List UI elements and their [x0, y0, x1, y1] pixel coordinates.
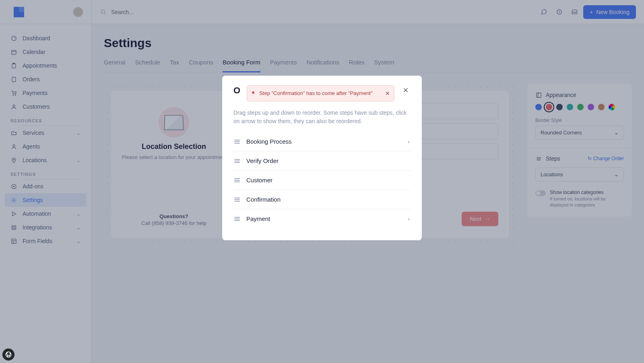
wordpress-badge[interactable] — [2, 349, 14, 361]
drag-handle-icon[interactable] — [234, 140, 240, 144]
error-alert: Step "Confirmation" has to come after "P… — [247, 85, 394, 101]
step-name: Booking Process — [246, 138, 292, 145]
step-item-booking-process[interactable]: Booking Process› — [233, 132, 411, 151]
step-item-verify-order[interactable]: Verify Order — [233, 151, 411, 171]
app-root: DashboardCalendarAppointmentsOrdersPayme… — [0, 0, 644, 363]
chevron-right-icon[interactable]: › — [408, 216, 410, 222]
step-name: Payment — [246, 215, 270, 222]
step-list: Booking Process›Verify OrderCustomerConf… — [233, 132, 411, 228]
step-item-payment[interactable]: Payment› — [233, 209, 411, 228]
drag-handle-icon[interactable] — [234, 217, 240, 221]
step-item-customer[interactable]: Customer — [233, 171, 411, 190]
modal-close-button[interactable] — [401, 85, 411, 96]
step-name: Confirmation — [246, 196, 281, 203]
drag-handle-icon[interactable] — [234, 198, 240, 202]
step-name: Verify Order — [246, 157, 279, 164]
step-name: Customer — [246, 177, 272, 184]
step-item-confirmation[interactable]: Confirmation — [233, 190, 411, 209]
drag-handle-icon[interactable] — [234, 178, 240, 182]
chevron-right-icon[interactable]: › — [408, 138, 410, 145]
order-steps-modal: O Step "Confirmation" has to come after … — [222, 76, 422, 240]
alert-close-button[interactable]: ✕ — [385, 90, 390, 98]
alert-text: Step "Confirmation" has to come after "P… — [259, 90, 372, 96]
modal-header: O Step "Confirmation" has to come after … — [233, 85, 411, 101]
modal-title: O — [233, 85, 240, 96]
drag-handle-icon[interactable] — [234, 159, 240, 163]
modal-description: Drag steps up and down to reorder. Some … — [233, 109, 411, 126]
modal-overlay[interactable]: O Step "Confirmation" has to come after … — [0, 0, 644, 363]
